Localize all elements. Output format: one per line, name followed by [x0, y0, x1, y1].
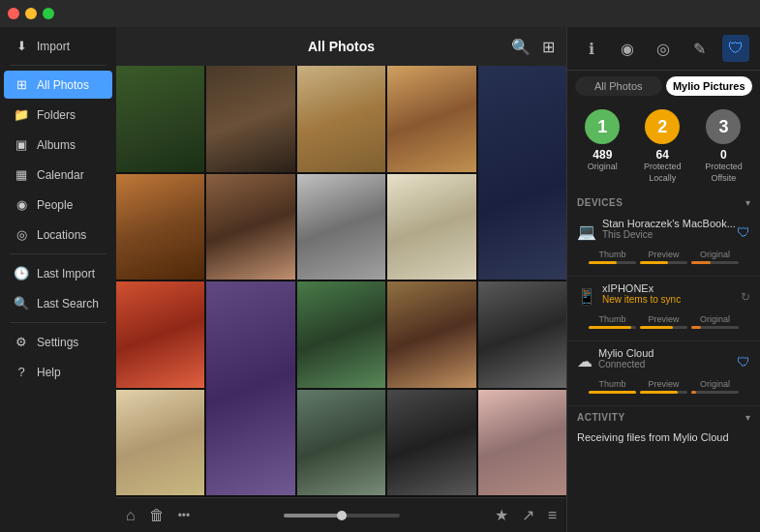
- cloud-progress-row: Thumb Preview Original: [577, 377, 750, 399]
- sidebar-item-last-search-label: Last Search: [37, 297, 99, 310]
- share-icon[interactable]: ↗: [522, 506, 534, 524]
- bottom-right-icons: ★ ↗ ≡: [495, 506, 557, 524]
- stat-original: 1 489 Original: [585, 109, 620, 184]
- photo-cell-11[interactable]: [206, 281, 294, 495]
- search-icon[interactable]: 🔍: [511, 38, 531, 56]
- photo-cell-1[interactable]: [116, 66, 204, 172]
- sidebar-item-last-import-label: Last Import: [37, 267, 95, 281]
- zoom-slider-thumb[interactable]: [337, 511, 347, 520]
- panel-location-icon[interactable]: ◎: [650, 35, 677, 62]
- panel-person-icon[interactable]: ◉: [614, 35, 641, 62]
- devices-chevron-icon[interactable]: ▾: [745, 197, 750, 208]
- macbook-original-col: Original: [689, 250, 741, 264]
- star-icon[interactable]: ★: [495, 506, 508, 524]
- sidebar-item-calendar[interactable]: ▦ Calendar: [4, 161, 112, 189]
- sidebar-divider-2: [10, 253, 106, 254]
- macbook-thumb-fill: [589, 261, 617, 264]
- home-icon[interactable]: ⌂: [126, 507, 136, 524]
- protected-locally-label: ProtectedLocally: [644, 162, 682, 184]
- zoom-slider[interactable]: [284, 514, 400, 517]
- sidebar-item-albums[interactable]: ▣ Albums: [4, 131, 112, 159]
- list-icon[interactable]: ≡: [548, 507, 557, 524]
- photo-cell-12[interactable]: [297, 281, 385, 388]
- cloud-thumb-bar: [589, 391, 636, 394]
- all-photos-icon: ⊞: [14, 77, 29, 92]
- macbook-original-fill: [691, 261, 711, 264]
- last-import-icon: 🕒: [14, 266, 29, 281]
- sidebar-item-folders[interactable]: 📁 Folders: [4, 101, 112, 129]
- iphone-thumb-bar: [589, 326, 636, 329]
- traffic-lights: [8, 8, 54, 19]
- photo-grid: [116, 66, 566, 497]
- original-number: 489: [585, 148, 620, 162]
- sidebar-item-people[interactable]: ◉ People: [4, 191, 112, 219]
- photo-cell-18[interactable]: [478, 390, 566, 496]
- grid-view-icon[interactable]: ⊞: [542, 38, 555, 56]
- last-search-icon: 🔍: [14, 296, 29, 310]
- photo-cell-17[interactable]: [387, 390, 475, 496]
- main-layout: ⬇ Import ⊞ All Photos 📁 Folders ▣ Albums…: [0, 27, 760, 532]
- titlebar: [0, 0, 760, 27]
- panel-shield-icon[interactable]: 🛡: [722, 35, 749, 62]
- photo-cell-3[interactable]: [297, 66, 385, 172]
- cloud-thumb-col: Thumb: [587, 379, 638, 394]
- sidebar-item-last-import[interactable]: 🕒 Last Import: [4, 259, 112, 287]
- close-button[interactable]: [8, 8, 19, 19]
- maximize-button[interactable]: [43, 8, 54, 19]
- photo-cell-9[interactable]: [387, 174, 475, 281]
- iphone-progress-row: Thumb Preview Original: [577, 312, 750, 335]
- photo-cell-8[interactable]: [297, 174, 385, 281]
- sidebar-item-last-search[interactable]: 🔍 Last Search: [4, 289, 112, 317]
- iphone-original-fill: [691, 326, 701, 329]
- devices-section-title: DEVICES: [577, 197, 623, 208]
- device-cloud-name: Mylio Cloud: [598, 347, 654, 359]
- photo-cell-7[interactable]: [206, 174, 294, 281]
- device-macbook-name: Stan Horaczek's MacBook...: [602, 218, 736, 229]
- sidebar-item-import[interactable]: ⬇ Import: [4, 32, 112, 60]
- photo-cell-2[interactable]: [206, 66, 294, 172]
- photo-cell-6[interactable]: [116, 174, 204, 281]
- sidebar-item-help[interactable]: ? Help: [4, 358, 112, 386]
- protected-offsite-badge: 3: [706, 109, 741, 144]
- activity-chevron-icon[interactable]: ▾: [745, 412, 750, 423]
- cloud-preview-label: Preview: [638, 379, 689, 389]
- iphone-preview-fill: [640, 326, 673, 329]
- sidebar-item-import-label: Import: [37, 40, 70, 53]
- tab-mylio-pictures[interactable]: Mylio Pictures: [666, 76, 753, 96]
- content-area: All Photos 🔍 ⊞: [116, 27, 566, 532]
- device-iphone-sub: New items to sync: [602, 294, 681, 305]
- photo-cell-14[interactable]: [478, 281, 566, 388]
- panel-info-icon[interactable]: ℹ: [578, 35, 605, 62]
- minimize-button[interactable]: [25, 8, 37, 19]
- stat-protected-offsite: 3 0 ProtectedOffsite: [705, 109, 743, 184]
- photo-cell-13[interactable]: [387, 281, 475, 388]
- original-badge: 1: [585, 109, 620, 144]
- sidebar-item-albums-label: Albums: [37, 138, 76, 152]
- people-icon: ◉: [14, 197, 29, 212]
- sidebar-item-settings[interactable]: ⚙ Settings: [4, 328, 112, 356]
- macbook-preview-col: Preview: [638, 250, 689, 264]
- photo-header-title: All Photos: [308, 39, 375, 54]
- device-macbook-sub: This Device: [602, 229, 736, 240]
- sidebar-item-all-photos[interactable]: ⊞ All Photos: [4, 71, 112, 99]
- sidebar-item-locations[interactable]: ◎ Locations: [4, 221, 112, 249]
- tab-all-photos[interactable]: All Photos: [575, 76, 662, 96]
- folders-icon: 📁: [14, 107, 29, 122]
- photo-cell-15[interactable]: [116, 390, 204, 496]
- cloud-preview-bar: [640, 391, 687, 394]
- sidebar-item-people-label: People: [37, 198, 73, 212]
- help-icon: ?: [14, 365, 29, 379]
- right-panel: ℹ ◉ ◎ ✎ 🛡 All Photos Mylio Pictures 1 48…: [566, 27, 760, 532]
- panel-edit-icon[interactable]: ✎: [686, 35, 714, 62]
- photo-cell-4[interactable]: [387, 66, 475, 172]
- more-icon[interactable]: •••: [178, 509, 191, 522]
- photo-cell-16[interactable]: [297, 390, 385, 496]
- macbook-preview-label: Preview: [638, 250, 689, 259]
- cloud-original-col: Original: [689, 379, 741, 394]
- photo-cell-10[interactable]: [116, 281, 204, 388]
- iphone-thumb-col: Thumb: [587, 314, 638, 329]
- photo-cell-5[interactable]: [478, 66, 566, 280]
- trash-icon[interactable]: 🗑: [149, 507, 165, 524]
- macbook-shield-icon: 🛡: [737, 224, 750, 240]
- activity-section: Receiving files from Mylio Cloud: [567, 427, 760, 453]
